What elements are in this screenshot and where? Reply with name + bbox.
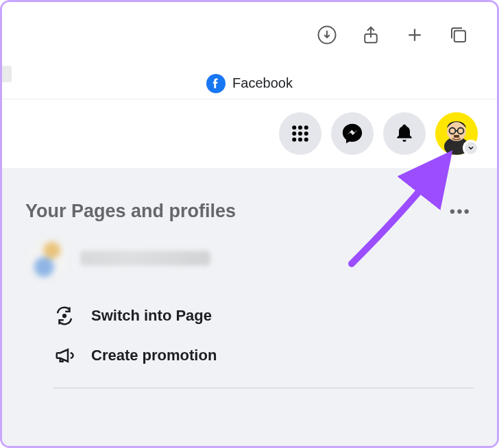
browser-tab-row: Facebook [2,68,497,99]
tabs-overview-icon[interactable] [448,24,470,46]
svg-point-3 [292,125,296,129]
facebook-logo-icon [206,74,226,93]
svg-point-10 [298,138,302,142]
switch-into-page-item[interactable]: Switch into Page [53,296,474,336]
page-avatar [28,238,68,278]
page-actions: Switch into Page Create promotion [25,296,474,375]
share-icon[interactable] [360,24,382,46]
inactive-tab-edge [2,66,12,82]
profile-avatar-button[interactable] [435,112,478,155]
svg-point-11 [304,138,308,142]
svg-point-7 [298,132,302,136]
action-label: Switch into Page [91,307,212,325]
messenger-button[interactable] [331,112,374,155]
section-header: Your Pages and profiles ••• [25,201,474,222]
svg-point-6 [292,132,296,136]
svg-point-19 [62,314,66,318]
facebook-header [2,99,497,168]
switch-icon [53,304,76,327]
svg-point-8 [304,132,308,136]
new-tab-icon[interactable] [404,24,426,46]
section-more-button[interactable]: ••• [450,202,474,221]
section-title: Your Pages and profiles [25,201,236,222]
menu-grid-button[interactable] [279,112,321,155]
tab-title: Facebook [232,75,293,91]
svg-point-4 [298,125,302,129]
page-row[interactable] [25,238,474,278]
browser-toolbar [2,2,497,68]
action-label: Create promotion [91,347,217,364]
page-name-redacted [80,251,210,266]
downloads-icon[interactable] [316,24,338,46]
svg-rect-2 [454,31,465,42]
svg-point-5 [304,125,308,129]
notifications-button[interactable] [383,112,426,155]
megaphone-icon [53,344,76,367]
create-promotion-item[interactable]: Create promotion [53,336,474,375]
svg-rect-18 [454,135,459,138]
chevron-down-icon [463,140,479,156]
svg-point-9 [292,138,296,142]
divider [53,388,474,388]
content-area: Your Pages and profiles ••• Switch into … [2,168,497,446]
